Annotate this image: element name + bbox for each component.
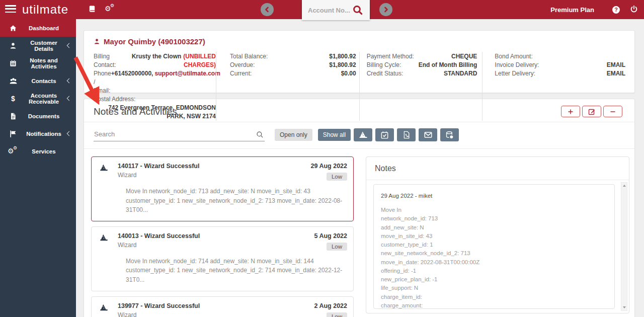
priority-badge: Low [327, 312, 347, 317]
open-only-filter-button[interactable]: Open only [275, 129, 312, 141]
chevron-icon [67, 43, 72, 48]
scrollbar[interactable] [621, 182, 627, 311]
field-value: CHEQUE [451, 52, 477, 61]
priority-badge: Low [327, 173, 347, 181]
system-filter-button[interactable] [440, 128, 459, 141]
plan-badge: Premium Plan [550, 6, 594, 14]
note-card[interactable]: 140013 - Wizard Successful Wizard 5 Aug … [91, 226, 354, 291]
account-search-box [302, 0, 370, 20]
note-title: 139977 - Wizard Successful [118, 302, 314, 309]
call-notes-filter-button[interactable] [397, 128, 416, 141]
sidebar-item-accounts-receivable[interactable]: $ Accounts Receivable [0, 90, 76, 107]
field-value: $1,800.92 [329, 52, 356, 61]
field-value: $0.00 [341, 69, 356, 78]
sidebar-item-notes-and-activities[interactable]: Notes and Activities [0, 54, 76, 72]
note-date: 2 Aug 2022 [314, 302, 347, 309]
sidebar-item-contacts[interactable]: Contacts [0, 72, 76, 90]
database-gear-icon [445, 131, 454, 139]
sidebar-item-customer-details[interactable]: Customer Details [0, 37, 76, 54]
app-logo: utilmate [22, 3, 68, 17]
notes-and-activities-panel: Notes and Activities Open only Show all [84, 99, 635, 317]
note-card[interactable]: 139977 - Wizard Successful Wizard 2 Aug … [91, 296, 354, 317]
wizard-hat-icon [100, 232, 111, 251]
field-label: Phone / Email: [94, 69, 111, 95]
note-card[interactable]: 140117 - Wizard Successful Wizard 29 Aug… [91, 156, 354, 221]
note-title: 140013 - Wizard Successful [118, 232, 314, 240]
field-label: Billing Cycle: [367, 61, 401, 69]
scroll-up-icon[interactable] [621, 183, 627, 189]
wizard-filter-button[interactable] [354, 128, 372, 141]
gears-icon: ⚙⚙ [6, 147, 20, 155]
note-title: 140117 - Wizard Successful [118, 163, 311, 170]
note-entry: 29 Aug 2022 - miket Move In network_node… [373, 184, 615, 309]
field-label: Current: [230, 69, 252, 78]
account-search-input[interactable] [308, 7, 352, 14]
field-value: EMAIL [607, 69, 625, 78]
plus-icon [568, 109, 574, 115]
field-label: Total Balance: [230, 52, 268, 61]
chevron-icon [67, 131, 72, 136]
field-value: STANDARD [444, 69, 477, 78]
nav-back-icon[interactable] [261, 3, 274, 16]
note-type: Wizard [118, 172, 311, 179]
scroll-down-icon[interactable] [621, 304, 627, 310]
email-link[interactable]: support@utilmate.com [154, 70, 220, 77]
top-bar: utilmate ⚙⚙ Premium Plan ? [0, 0, 644, 19]
search-icon [256, 131, 264, 138]
sidebar-item-dashboard[interactable]: Dashboard [0, 19, 76, 37]
nav-forward-icon[interactable] [379, 3, 392, 16]
note-type: Wizard [118, 242, 314, 249]
flag-icon [6, 130, 20, 138]
person-icon [94, 38, 100, 45]
document-icon [6, 112, 20, 120]
field-label: Postal Address: [94, 95, 135, 104]
help-icon[interactable]: ? [612, 6, 620, 14]
section-title: Notes and Activities [94, 106, 177, 117]
note-preview: Move In network_node_id: 714 add_new_sit… [126, 257, 343, 285]
search-icon[interactable] [352, 5, 363, 16]
hamburger-menu-icon[interactable] [5, 5, 16, 14]
minus-icon [610, 109, 616, 115]
person-icon [6, 42, 20, 50]
book-icon[interactable] [88, 5, 97, 16]
note-date: 29 Aug 2022 [311, 163, 348, 170]
sidebar-item-notifications[interactable]: Notifications [0, 125, 76, 142]
unbilled-charges-flag: (UNBILLED CHARGES) [183, 53, 216, 68]
chevron-icon [67, 78, 72, 84]
note-preview: Move In network_node_id: 713 add_new_sit… [126, 187, 343, 215]
notes-detail-title: Notes [366, 157, 629, 180]
calendar-check-icon [380, 131, 389, 139]
wizard-hat-icon [100, 163, 111, 181]
file-phone-icon [403, 131, 411, 139]
notes-search-input[interactable] [94, 128, 265, 141]
dollar-icon: $ [6, 95, 20, 103]
field-label: Overdue: [230, 61, 255, 69]
sidebar-item-services[interactable]: ⚙⚙ Services [0, 142, 76, 160]
customer-name: Mayor Quimby (4901003227) [94, 37, 626, 46]
field-value: End of Month Billing [419, 61, 477, 69]
calendar-icon [6, 59, 20, 67]
remove-note-button[interactable] [603, 106, 622, 117]
sidebar-item-documents[interactable]: Documents [0, 107, 76, 125]
add-note-button[interactable] [561, 106, 580, 117]
note-date: 5 Aug 2022 [314, 232, 347, 240]
edit-note-button[interactable] [582, 106, 601, 117]
appointments-filter-button[interactable] [375, 128, 394, 141]
field-label: Invoice Delivery: [495, 61, 539, 69]
main-content: Mayor Quimby (4901003227) Billing Contac… [76, 19, 644, 317]
customer-summary-panel: Mayor Quimby (4901003227) Billing Contac… [84, 30, 635, 93]
wizard-hat-icon [100, 302, 111, 317]
note-entry-header: 29 Aug 2022 - miket [381, 193, 607, 199]
field-label: Payment Method: [367, 52, 414, 61]
note-type: Wizard [118, 311, 314, 317]
email-filter-button[interactable] [419, 128, 437, 141]
priority-badge: Low [327, 243, 347, 251]
show-all-filter-button[interactable]: Show all [318, 129, 351, 141]
field-label: Credit Status: [367, 69, 404, 78]
power-icon[interactable] [630, 5, 638, 15]
sidebar: Dashboard Customer Details Notes and Act… [0, 19, 76, 317]
field-value: $1,800.92 [329, 61, 356, 69]
notes-list: 140117 - Wizard Successful Wizard 29 Aug… [91, 156, 354, 317]
field-value: EMAIL [607, 61, 625, 69]
envelope-icon [424, 130, 433, 139]
